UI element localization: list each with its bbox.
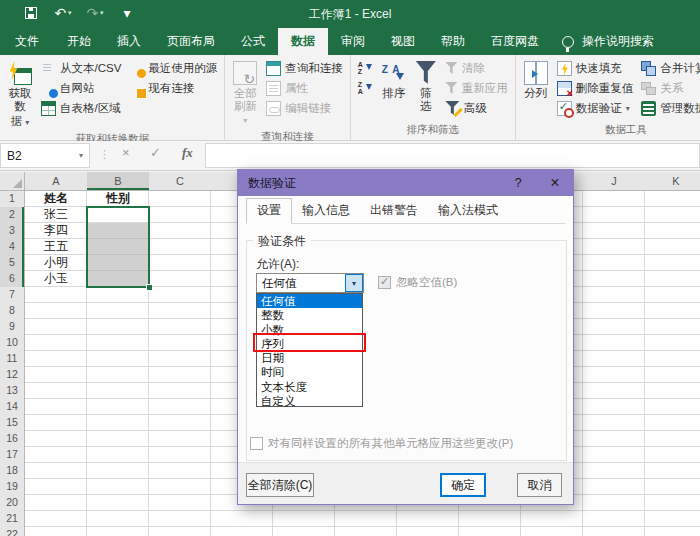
tab-home[interactable]: 开始 [54,28,104,55]
row-header-4[interactable]: 4 [0,239,25,256]
cell-A6[interactable]: 小玉 [25,271,87,287]
dialog-close-button[interactable]: × [545,173,565,193]
row-header-19[interactable]: 19 [0,479,25,496]
cell-A2[interactable]: 张三 [25,207,87,223]
redo-button[interactable]: ↷▾ [86,4,104,22]
advanced-button[interactable]: 高级 [443,99,510,117]
reapply-button[interactable]: 重新应用 [443,79,510,97]
name-box-dropdown-icon[interactable]: ▾ [79,151,83,160]
row-header-17[interactable]: 17 [0,447,25,464]
undo-button[interactable]: ↶▾ [54,4,72,22]
customize-quick-access-button[interactable]: ▾ [118,4,136,22]
ignore-blank-checkbox-box[interactable] [378,276,391,289]
row-header-8[interactable]: 8 [0,303,25,320]
tab-baidu-netdisk[interactable]: 百度网盘 [478,28,552,55]
cell-A3[interactable]: 李四 [25,223,87,239]
option-time[interactable]: 时间 [257,365,362,379]
from-table-range-button[interactable]: 自表格/区域 [39,99,123,117]
row-header-12[interactable]: 12 [0,367,25,384]
row-header-15[interactable]: 15 [0,415,25,432]
row-header-13[interactable]: 13 [0,383,25,400]
dialog-tab-error-alert[interactable]: 出错警告 [360,199,428,223]
select-all-corner[interactable] [0,172,25,191]
row-header-16[interactable]: 16 [0,431,25,448]
row-header-3[interactable]: 3 [0,223,25,240]
from-web-button[interactable]: 自网站 [39,79,123,97]
column-header-K[interactable]: K [645,172,700,191]
flash-fill-button[interactable]: 快速填充 [555,59,636,77]
dialog-tab-ime-mode[interactable]: 输入法模式 [428,199,508,223]
cell-A1[interactable]: 姓名 [25,191,87,207]
name-box[interactable]: B2 ▾ [0,143,90,168]
tab-data[interactable]: 数据 [278,28,328,55]
column-header-J[interactable]: J [583,172,646,191]
row-header-14[interactable]: 14 [0,399,25,416]
row-header-1[interactable]: 1 [0,191,25,208]
column-header-A[interactable]: A [25,172,88,191]
tab-view[interactable]: 视图 [378,28,428,55]
row-header-6[interactable]: 6 [0,271,25,288]
row-header-5[interactable]: 5 [0,255,25,272]
text-to-columns-button[interactable]: 分列 [521,59,551,102]
tab-formulas[interactable]: 公式 [228,28,278,55]
save-button[interactable] [22,4,40,22]
enter-entry-icon[interactable]: ✓ [150,145,161,160]
tab-review[interactable]: 审阅 [328,28,378,55]
sort-ascending-button[interactable] [356,59,375,77]
ignore-blank-checkbox[interactable]: 忽略空值(B) [378,275,457,290]
row-header-21[interactable]: 21 [0,511,25,528]
row-header-22[interactable]: 22 [0,527,25,536]
cell-A4[interactable]: 王五 [25,239,87,255]
option-whole-number[interactable]: 整数 [257,308,362,322]
row-header-20[interactable]: 20 [0,495,25,512]
row-header-9[interactable]: 9 [0,319,25,336]
remove-duplicates-button[interactable]: 删除重复值 [555,79,636,97]
manage-data-model-button[interactable]: 管理数据模型 [639,99,700,117]
column-header-B[interactable]: B [87,172,150,191]
apply-to-all-checkbox-box[interactable] [250,437,263,450]
combobox-dropdown-icon[interactable]: ▾ [345,274,363,292]
relationships-button[interactable]: 关系 [639,79,700,97]
data-validation-button[interactable]: 数据验证▾ [555,99,636,117]
dialog-help-button[interactable]: ? [509,174,527,192]
get-data-button[interactable]: 获取数据 ▾ [5,59,35,131]
queries-connections-button[interactable]: 查询和连接 [264,59,345,77]
row-header-10[interactable]: 10 [0,335,25,352]
fill-handle[interactable] [146,284,153,291]
consolidate-button[interactable]: 合并计算 [639,59,700,77]
recent-sources-button[interactable]: 最近使用的源 [127,59,219,77]
insert-function-icon[interactable]: fx [182,145,193,161]
clear-all-button[interactable]: 全部清除(C) [246,473,314,497]
option-any-value[interactable]: 任何值 [257,294,362,308]
formula-input[interactable] [205,143,700,168]
properties-button[interactable]: 属性 [264,79,345,97]
dialog-tab-input-message[interactable]: 输入信息 [292,199,360,223]
from-text-csv-button[interactable]: 从文本/CSV [39,59,123,77]
dialog-tab-settings[interactable]: 设置 [246,198,292,224]
apply-to-all-checkbox[interactable]: 对有同样设置的所有其他单元格应用这些更改(P) [250,436,513,451]
row-header-18[interactable]: 18 [0,463,25,480]
row-header-2[interactable]: 2 [0,207,25,224]
cell-B1[interactable]: 性别 [87,191,149,207]
filter-button[interactable]: 筛选 [413,59,439,115]
cancel-entry-icon[interactable]: × [122,145,130,160]
tell-me-search[interactable]: 操作说明搜索 [552,28,664,55]
option-text-length[interactable]: 文本长度 [257,380,362,394]
option-custom[interactable]: 自定义 [257,394,362,408]
edit-links-button[interactable]: 编辑链接 [264,99,345,117]
tab-help[interactable]: 帮助 [428,28,478,55]
column-header-C[interactable]: C [149,172,212,191]
ok-button[interactable]: 确定 [440,473,486,497]
sort-descending-button[interactable] [356,79,375,97]
existing-connections-button[interactable]: 现有连接 [127,79,219,97]
row-header-7[interactable]: 7 [0,287,25,304]
sort-button[interactable]: 排序 [379,59,409,102]
cell-A5[interactable]: 小明 [25,255,87,271]
tab-file[interactable]: 文件 [0,28,54,55]
allow-combobox[interactable]: 任何值 ▾ [256,273,364,293]
clear-button[interactable]: 清除 [443,59,510,77]
refresh-all-button[interactable]: 全部刷新 ▾ [230,59,260,129]
cancel-button[interactable]: 取消 [517,473,562,497]
tab-insert[interactable]: 插入 [104,28,154,55]
tab-page-layout[interactable]: 页面布局 [154,28,228,55]
